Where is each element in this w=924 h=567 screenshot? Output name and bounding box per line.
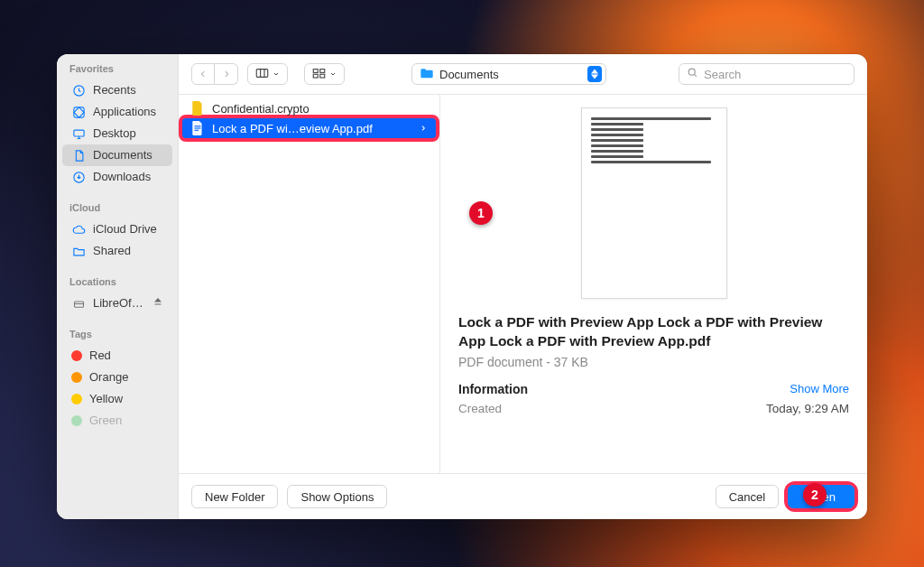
svg-rect-11 xyxy=(195,125,201,126)
up-down-icon xyxy=(587,66,602,82)
show-more-link[interactable]: Show More xyxy=(790,382,849,395)
file-thumbnail xyxy=(581,107,727,299)
preview-title: Lock a PDF with Preview App Lock a PDF w… xyxy=(458,313,849,351)
file-row[interactable]: Confidential.crypto xyxy=(179,98,439,118)
forward-button[interactable] xyxy=(215,63,238,85)
applications-icon xyxy=(71,105,86,119)
file-name: Confidential.crypto xyxy=(212,102,310,116)
tag-dot-icon xyxy=(71,415,82,426)
sidebar-item-label: Shared xyxy=(93,243,131,259)
svg-rect-8 xyxy=(313,74,318,78)
sidebar-item-recents[interactable]: Recents xyxy=(62,79,172,101)
sidebar-item-applications[interactable]: Applications xyxy=(62,101,172,123)
cancel-button[interactable]: Cancel xyxy=(716,485,779,508)
annotation-badge-1: 1 xyxy=(469,201,493,225)
sidebar-section-locations: Locations xyxy=(57,274,178,293)
sidebar-item-label: Applications xyxy=(93,104,156,120)
svg-rect-9 xyxy=(320,74,325,78)
downloads-icon xyxy=(71,170,86,184)
dialog-footer: New Folder Show Options Cancel Open xyxy=(179,473,867,519)
svg-rect-13 xyxy=(195,130,199,131)
svg-rect-12 xyxy=(195,127,201,128)
svg-rect-1 xyxy=(73,107,83,116)
sidebar-item-label: Orange xyxy=(89,369,128,386)
cloud-icon xyxy=(71,222,86,237)
toolbar: Documents Search xyxy=(179,54,867,94)
eject-icon[interactable] xyxy=(152,295,163,311)
sidebar-item-label: Recents xyxy=(93,82,136,98)
file-row-selected[interactable]: Lock a PDF wi…eview App.pdf xyxy=(182,118,436,138)
sidebar-item-shared[interactable]: Shared xyxy=(62,240,172,262)
svg-rect-2 xyxy=(73,130,83,136)
sidebar-item-label: Yellow xyxy=(89,391,123,407)
preview-info-label: Information xyxy=(458,382,528,396)
sidebar-item-documents[interactable]: Documents xyxy=(62,144,172,166)
search-input[interactable]: Search xyxy=(679,63,855,85)
sidebar-item-label: iCloud Drive xyxy=(93,221,157,237)
new-folder-button[interactable]: New Folder xyxy=(191,485,278,508)
location-label: Documents xyxy=(439,68,499,81)
sidebar-item-label: Downloads xyxy=(93,169,151,185)
sidebar-item-label: Desktop xyxy=(93,125,136,142)
nav-buttons xyxy=(191,63,238,85)
view-mode-button[interactable] xyxy=(247,63,288,85)
preview-created-value: Today, 9:29 AM xyxy=(766,402,849,415)
tag-dot-icon xyxy=(71,372,82,383)
preview-column: Lock a PDF with Preview App Lock a PDF w… xyxy=(440,95,867,473)
sidebar-item-label: Red xyxy=(89,348,111,364)
sidebar: Favorites Recents Applications Desktop D… xyxy=(57,54,179,519)
main-panel: Documents Search Confidential.crypt xyxy=(179,54,867,519)
sidebar-item-downloads[interactable]: Downloads xyxy=(62,166,172,188)
sidebar-item-label: Green xyxy=(89,413,122,429)
svg-rect-4 xyxy=(74,302,83,307)
preview-created-label: Created xyxy=(458,402,502,415)
search-icon xyxy=(687,67,698,81)
sidebar-item-label: LibreOf… xyxy=(93,295,143,311)
svg-rect-5 xyxy=(256,69,268,77)
shared-folder-icon xyxy=(71,244,86,258)
columns-icon xyxy=(255,68,269,81)
folder-icon xyxy=(420,67,434,82)
sidebar-section-icloud: iCloud xyxy=(57,200,178,218)
file-name: Lock a PDF wi…eview App.pdf xyxy=(212,122,373,135)
sidebar-tag-yellow[interactable]: Yellow xyxy=(62,388,172,410)
sidebar-tag-red[interactable]: Red xyxy=(62,345,172,367)
back-button[interactable] xyxy=(191,63,215,85)
location-popup[interactable]: Documents xyxy=(411,63,606,85)
chevron-down-icon xyxy=(329,68,337,80)
open-file-dialog: Favorites Recents Applications Desktop D… xyxy=(57,54,867,519)
chevron-right-icon xyxy=(420,122,427,135)
sidebar-section-tags: Tags xyxy=(57,327,178,345)
annotation-badge-2: 2 xyxy=(803,483,827,507)
content-area: Confidential.crypto Lock a PDF wi…eview … xyxy=(179,94,867,473)
tag-dot-icon xyxy=(71,394,82,404)
sidebar-item-desktop[interactable]: Desktop xyxy=(62,123,172,144)
disk-icon xyxy=(71,296,86,311)
sidebar-section-favorites: Favorites xyxy=(57,61,178,79)
sidebar-item-label: Documents xyxy=(93,147,152,163)
clock-icon xyxy=(71,83,86,98)
preview-subtitle: PDF document - 37 KB xyxy=(458,355,849,369)
sidebar-tag-orange[interactable]: Orange xyxy=(62,367,172,388)
search-placeholder: Search xyxy=(704,68,741,81)
documents-icon xyxy=(71,148,86,163)
group-by-button[interactable] xyxy=(304,63,345,85)
file-column[interactable]: Confidential.crypto Lock a PDF wi…eview … xyxy=(179,95,440,473)
sidebar-item-volume[interactable]: LibreOf… xyxy=(62,293,172,314)
svg-rect-6 xyxy=(313,69,318,72)
file-icon xyxy=(191,101,206,116)
desktop-icon xyxy=(71,126,86,141)
grid-icon xyxy=(312,68,326,81)
show-options-button[interactable]: Show Options xyxy=(287,485,387,508)
file-icon xyxy=(191,121,206,135)
tag-dot-icon xyxy=(71,350,82,361)
sidebar-tag-green[interactable]: Green xyxy=(62,410,172,432)
chevron-down-icon xyxy=(273,68,280,80)
sidebar-item-icloud-drive[interactable]: iCloud Drive xyxy=(62,218,172,240)
svg-rect-7 xyxy=(320,69,325,72)
